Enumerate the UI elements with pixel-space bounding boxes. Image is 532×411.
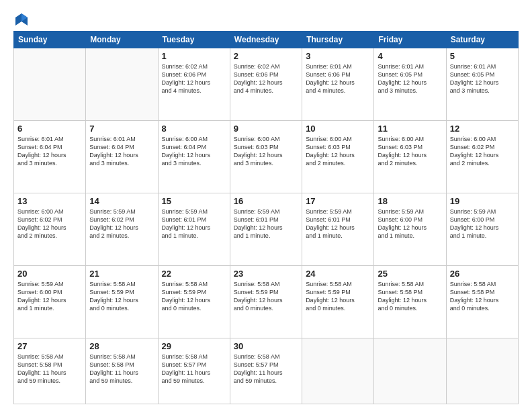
calendar-cell: 15Sunrise: 5:59 AM Sunset: 6:01 PM Dayli…: [158, 193, 230, 265]
calendar-cell: 30Sunrise: 5:58 AM Sunset: 5:57 PM Dayli…: [230, 338, 302, 404]
calendar-cell: 13Sunrise: 6:00 AM Sunset: 6:02 PM Dayli…: [14, 193, 86, 265]
day-number: 1: [162, 51, 226, 61]
day-info: Sunrise: 5:58 AM Sunset: 5:57 PM Dayligh…: [162, 353, 226, 385]
calendar-cell: [86, 48, 158, 121]
calendar-cell: 23Sunrise: 5:58 AM Sunset: 5:59 PM Dayli…: [230, 265, 302, 338]
day-info: Sunrise: 5:58 AM Sunset: 5:59 PM Dayligh…: [234, 280, 298, 313]
calendar-cell: [374, 338, 446, 404]
day-info: Sunrise: 5:59 AM Sunset: 6:00 PM Dayligh…: [450, 208, 515, 240]
calendar-cell: 19Sunrise: 5:59 AM Sunset: 6:00 PM Dayli…: [446, 193, 518, 265]
calendar-cell: 9Sunrise: 6:00 AM Sunset: 6:03 PM Daylig…: [230, 120, 302, 193]
calendar-cell: 29Sunrise: 5:58 AM Sunset: 5:57 PM Dayli…: [158, 338, 230, 404]
day-info: Sunrise: 6:00 AM Sunset: 6:04 PM Dayligh…: [162, 135, 226, 168]
day-number: 7: [89, 124, 154, 134]
day-number: 29: [162, 341, 226, 351]
day-info: Sunrise: 5:58 AM Sunset: 5:59 PM Dayligh…: [89, 280, 154, 313]
calendar-cell: [302, 338, 374, 404]
day-info: Sunrise: 5:58 AM Sunset: 5:58 PM Dayligh…: [378, 280, 442, 313]
day-info: Sunrise: 5:59 AM Sunset: 6:01 PM Dayligh…: [306, 208, 370, 240]
day-number: 21: [89, 269, 154, 279]
day-info: Sunrise: 6:00 AM Sunset: 6:02 PM Dayligh…: [450, 135, 515, 168]
col-header-wednesday: Wednesday: [230, 32, 302, 48]
calendar-cell: 6Sunrise: 6:01 AM Sunset: 6:04 PM Daylig…: [14, 120, 86, 193]
calendar-cell: 5Sunrise: 6:01 AM Sunset: 6:05 PM Daylig…: [446, 48, 518, 121]
day-number: 12: [450, 124, 515, 134]
calendar-cell: 28Sunrise: 5:58 AM Sunset: 5:58 PM Dayli…: [86, 338, 158, 404]
calendar-cell: 27Sunrise: 5:58 AM Sunset: 5:58 PM Dayli…: [14, 338, 86, 404]
page: SundayMondayTuesdayWednesdayThursdayFrid…: [0, 0, 532, 411]
logo: [13, 12, 29, 24]
day-number: 23: [234, 269, 298, 279]
calendar-cell: 1Sunrise: 6:02 AM Sunset: 6:06 PM Daylig…: [158, 48, 230, 121]
day-info: Sunrise: 5:59 AM Sunset: 6:02 PM Dayligh…: [89, 208, 154, 240]
day-number: 10: [306, 124, 370, 134]
calendar-cell: 8Sunrise: 6:00 AM Sunset: 6:04 PM Daylig…: [158, 120, 230, 193]
calendar-cell: 4Sunrise: 6:01 AM Sunset: 6:05 PM Daylig…: [374, 48, 446, 121]
week-row-5: 27Sunrise: 5:58 AM Sunset: 5:58 PM Dayli…: [14, 338, 519, 404]
day-info: Sunrise: 5:58 AM Sunset: 5:59 PM Dayligh…: [162, 280, 226, 313]
calendar-cell: 16Sunrise: 5:59 AM Sunset: 6:01 PM Dayli…: [230, 193, 302, 265]
day-number: 16: [234, 196, 298, 206]
col-header-sunday: Sunday: [14, 32, 86, 48]
header: [13, 12, 519, 24]
week-row-1: 1Sunrise: 6:02 AM Sunset: 6:06 PM Daylig…: [14, 48, 519, 121]
day-info: Sunrise: 6:00 AM Sunset: 6:03 PM Dayligh…: [306, 135, 370, 168]
col-header-thursday: Thursday: [302, 32, 374, 48]
day-info: Sunrise: 6:00 AM Sunset: 6:03 PM Dayligh…: [378, 135, 442, 168]
day-info: Sunrise: 6:02 AM Sunset: 6:06 PM Dayligh…: [234, 62, 298, 95]
day-info: Sunrise: 6:01 AM Sunset: 6:04 PM Dayligh…: [17, 135, 82, 168]
day-info: Sunrise: 6:01 AM Sunset: 6:05 PM Dayligh…: [378, 62, 442, 95]
day-info: Sunrise: 5:58 AM Sunset: 5:58 PM Dayligh…: [17, 353, 82, 385]
calendar-cell: 24Sunrise: 5:58 AM Sunset: 5:59 PM Dayli…: [302, 265, 374, 338]
calendar-cell: 26Sunrise: 5:58 AM Sunset: 5:58 PM Dayli…: [446, 265, 518, 338]
day-number: 26: [450, 269, 515, 279]
day-number: 3: [306, 51, 370, 61]
col-header-saturday: Saturday: [446, 32, 518, 48]
logo-text: [13, 12, 29, 27]
day-info: Sunrise: 5:59 AM Sunset: 6:01 PM Dayligh…: [162, 208, 226, 240]
calendar-cell: 21Sunrise: 5:58 AM Sunset: 5:59 PM Dayli…: [86, 265, 158, 338]
day-number: 8: [162, 124, 226, 134]
col-header-monday: Monday: [86, 32, 158, 48]
day-number: 2: [234, 51, 298, 61]
day-number: 20: [17, 269, 82, 279]
day-info: Sunrise: 6:00 AM Sunset: 6:03 PM Dayligh…: [234, 135, 298, 168]
calendar-table: SundayMondayTuesdayWednesdayThursdayFrid…: [13, 31, 519, 404]
day-number: 15: [162, 196, 226, 206]
calendar-cell: 20Sunrise: 5:59 AM Sunset: 6:00 PM Dayli…: [14, 265, 86, 338]
calendar-cell: 25Sunrise: 5:58 AM Sunset: 5:58 PM Dayli…: [374, 265, 446, 338]
calendar-cell: 11Sunrise: 6:00 AM Sunset: 6:03 PM Dayli…: [374, 120, 446, 193]
calendar-cell: 10Sunrise: 6:00 AM Sunset: 6:03 PM Dayli…: [302, 120, 374, 193]
day-number: 27: [17, 341, 82, 351]
day-number: 22: [162, 269, 226, 279]
day-number: 30: [234, 341, 298, 351]
day-info: Sunrise: 5:58 AM Sunset: 5:58 PM Dayligh…: [450, 280, 515, 313]
day-number: 28: [89, 341, 154, 351]
day-number: 13: [17, 196, 82, 206]
day-number: 9: [234, 124, 298, 134]
day-number: 19: [450, 196, 515, 206]
day-info: Sunrise: 5:58 AM Sunset: 5:58 PM Dayligh…: [89, 353, 154, 385]
day-number: 18: [378, 196, 442, 206]
logo-icon: [14, 12, 29, 27]
day-info: Sunrise: 6:01 AM Sunset: 6:06 PM Dayligh…: [306, 62, 370, 95]
calendar-cell: 3Sunrise: 6:01 AM Sunset: 6:06 PM Daylig…: [302, 48, 374, 121]
day-info: Sunrise: 5:59 AM Sunset: 6:00 PM Dayligh…: [17, 280, 82, 313]
day-number: 14: [89, 196, 154, 206]
calendar-cell: [446, 338, 518, 404]
day-info: Sunrise: 6:00 AM Sunset: 6:02 PM Dayligh…: [17, 208, 82, 240]
day-info: Sunrise: 6:01 AM Sunset: 6:04 PM Dayligh…: [89, 135, 154, 168]
calendar-cell: 17Sunrise: 5:59 AM Sunset: 6:01 PM Dayli…: [302, 193, 374, 265]
calendar-header-row: SundayMondayTuesdayWednesdayThursdayFrid…: [14, 32, 519, 48]
day-info: Sunrise: 5:58 AM Sunset: 5:59 PM Dayligh…: [306, 280, 370, 313]
day-number: 24: [306, 269, 370, 279]
calendar-cell: 18Sunrise: 5:59 AM Sunset: 6:00 PM Dayli…: [374, 193, 446, 265]
day-number: 25: [378, 269, 442, 279]
calendar-cell: 12Sunrise: 6:00 AM Sunset: 6:02 PM Dayli…: [446, 120, 518, 193]
week-row-3: 13Sunrise: 6:00 AM Sunset: 6:02 PM Dayli…: [14, 193, 519, 265]
calendar-cell: 22Sunrise: 5:58 AM Sunset: 5:59 PM Dayli…: [158, 265, 230, 338]
day-info: Sunrise: 5:58 AM Sunset: 5:57 PM Dayligh…: [234, 353, 298, 385]
day-number: 17: [306, 196, 370, 206]
col-header-friday: Friday: [374, 32, 446, 48]
week-row-4: 20Sunrise: 5:59 AM Sunset: 6:00 PM Dayli…: [14, 265, 519, 338]
